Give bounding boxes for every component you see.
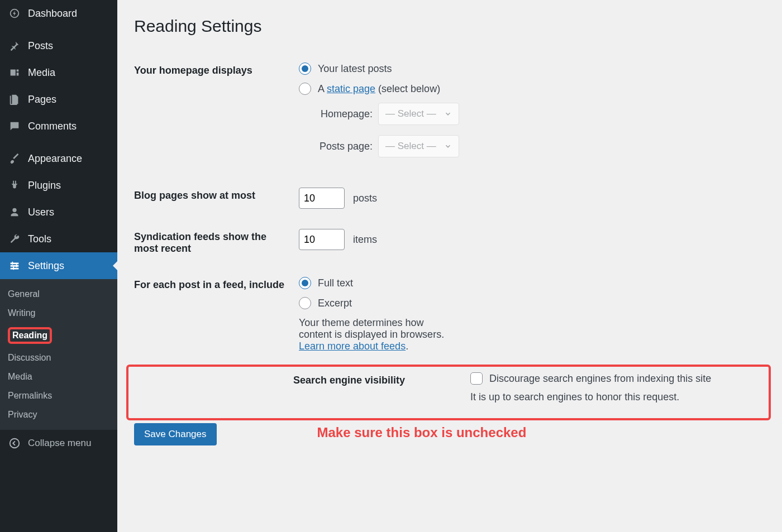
submenu-media[interactable]: Media bbox=[0, 367, 117, 386]
settings-form: Your homepage displays Your latest posts… bbox=[134, 52, 765, 413]
plugin-icon bbox=[8, 179, 21, 192]
radio-latest-posts[interactable] bbox=[299, 63, 311, 75]
save-changes-button[interactable]: Save Changes bbox=[134, 423, 217, 445]
sidebar-item-tools[interactable]: Tools bbox=[0, 226, 117, 252]
sidebar-item-comments[interactable]: Comments bbox=[0, 113, 117, 140]
submenu-general[interactable]: General bbox=[0, 285, 117, 304]
static-page-link[interactable]: static page bbox=[327, 83, 375, 94]
syndication-items-input[interactable] bbox=[299, 229, 345, 250]
svg-point-0 bbox=[10, 439, 20, 448]
settings-icon bbox=[8, 259, 21, 272]
discourage-search-label: Discourage search engines from indexing … bbox=[489, 373, 711, 385]
settings-submenu: General Writing Reading Discussion Media… bbox=[0, 279, 117, 430]
sidebar-label: Posts bbox=[28, 40, 53, 52]
comments-icon bbox=[8, 119, 21, 133]
feed-include-label: For each post in a feed, include bbox=[134, 267, 293, 362]
homepage-displays-label: Your homepage displays bbox=[134, 52, 293, 178]
admin-sidebar: Dashboard Posts Media Pages Comments App… bbox=[0, 0, 117, 532]
sidebar-label: Users bbox=[28, 207, 54, 218]
select-value: — Select — bbox=[385, 141, 436, 152]
pushpin-icon bbox=[8, 39, 21, 52]
submenu-privacy[interactable]: Privacy bbox=[0, 405, 117, 424]
sidebar-label: Appearance bbox=[28, 153, 82, 165]
discourage-description: It is up to search engines to honor this… bbox=[470, 391, 733, 403]
sidebar-item-plugins[interactable]: Plugins bbox=[0, 172, 117, 199]
radio-full-text[interactable] bbox=[299, 277, 311, 289]
radio-excerpt[interactable] bbox=[299, 297, 311, 309]
radio-static-page[interactable] bbox=[299, 83, 311, 95]
chevron-down-icon bbox=[444, 110, 452, 118]
annotation-text: Make sure this box is unchecked bbox=[317, 425, 527, 440]
collapse-menu-button[interactable]: Collapse menu bbox=[0, 430, 117, 457]
sidebar-label: Comments bbox=[28, 121, 77, 132]
syndication-label: Syndication feeds show the most recent bbox=[134, 219, 293, 267]
dashboard-icon bbox=[8, 7, 21, 20]
search-visibility-label: Search engine visibility bbox=[293, 362, 465, 413]
blog-pages-label: Blog pages show at most bbox=[134, 178, 293, 219]
submenu-reading[interactable]: Reading bbox=[0, 323, 117, 348]
sidebar-label: Media bbox=[28, 67, 55, 79]
radio-excerpt-label: Excerpt bbox=[318, 298, 352, 309]
user-icon bbox=[8, 205, 21, 219]
homepage-select[interactable]: — Select — bbox=[378, 103, 459, 125]
annotation-highlight-reading: Reading bbox=[8, 327, 52, 344]
radio-latest-posts-label: Your latest posts bbox=[318, 63, 392, 75]
items-unit: items bbox=[353, 234, 377, 245]
media-icon bbox=[8, 66, 21, 79]
posts-per-page-input[interactable] bbox=[299, 188, 345, 209]
collapse-icon bbox=[8, 437, 21, 450]
feed-description: Your theme determines how content is dis… bbox=[299, 317, 459, 352]
submenu-discussion[interactable]: Discussion bbox=[0, 348, 117, 367]
wrench-icon bbox=[8, 232, 21, 246]
sidebar-item-users[interactable]: Users bbox=[0, 199, 117, 226]
sidebar-item-appearance[interactable]: Appearance bbox=[0, 145, 117, 172]
submenu-writing[interactable]: Writing bbox=[0, 304, 117, 323]
sidebar-item-dashboard[interactable]: Dashboard bbox=[0, 0, 117, 27]
brush-icon bbox=[8, 152, 21, 165]
sidebar-label: Plugins bbox=[28, 180, 61, 191]
postspage-select-label: Posts page: bbox=[311, 141, 373, 152]
learn-more-feeds-link[interactable]: Learn more about feeds bbox=[299, 341, 406, 352]
sidebar-item-pages[interactable]: Pages bbox=[0, 86, 117, 113]
sidebar-label: Settings bbox=[28, 260, 64, 272]
radio-static-page-label: A static page (select below) bbox=[318, 83, 440, 95]
chevron-down-icon bbox=[444, 142, 452, 150]
radio-full-text-label: Full text bbox=[318, 277, 353, 289]
pages-icon bbox=[8, 93, 21, 106]
sidebar-item-media[interactable]: Media bbox=[0, 59, 117, 86]
discourage-search-checkbox[interactable] bbox=[470, 372, 483, 385]
sidebar-label: Pages bbox=[28, 94, 56, 106]
main-content: Reading Settings Your homepage displays … bbox=[117, 0, 782, 532]
sidebar-item-settings[interactable]: Settings bbox=[0, 252, 117, 279]
page-title: Reading Settings bbox=[134, 17, 765, 36]
select-value: — Select — bbox=[385, 108, 436, 119]
posts-unit: posts bbox=[353, 193, 377, 204]
sidebar-label: Dashboard bbox=[28, 8, 77, 20]
homepage-select-label: Homepage: bbox=[311, 108, 373, 120]
sidebar-item-posts[interactable]: Posts bbox=[0, 32, 117, 59]
collapse-label: Collapse menu bbox=[28, 438, 91, 449]
postspage-select[interactable]: — Select — bbox=[378, 135, 459, 157]
submenu-permalinks[interactable]: Permalinks bbox=[0, 386, 117, 405]
sidebar-label: Tools bbox=[28, 233, 51, 245]
